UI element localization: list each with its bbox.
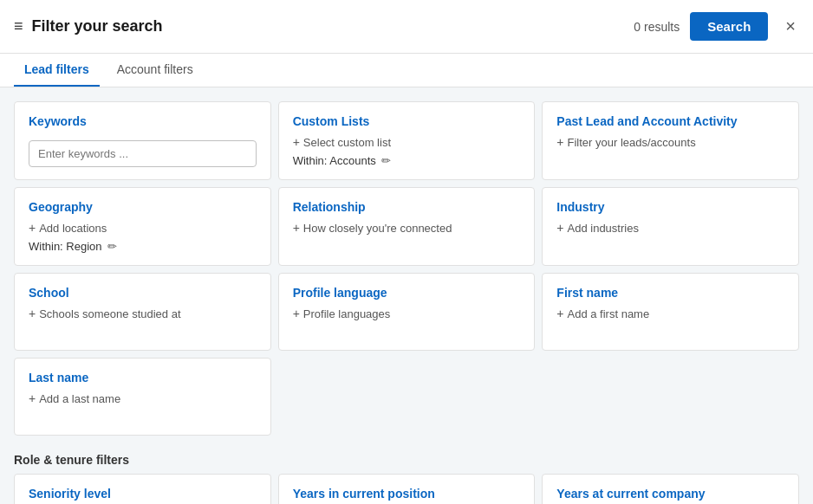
filter-icon: ≡ xyxy=(14,17,23,36)
results-count: 0 results xyxy=(634,20,680,34)
filter-row-2: Geography + Add locations Within: Region… xyxy=(14,187,799,266)
last-name-action[interactable]: + Add a last name xyxy=(29,391,257,405)
profile-language-action-label: Profile languages xyxy=(303,307,390,320)
keywords-card: Keywords xyxy=(14,101,271,180)
filter-panel: ≡ Filter your search 0 results Search × … xyxy=(0,0,813,504)
geography-within: Within: Region xyxy=(29,240,102,253)
tab-lead-filters[interactable]: Lead filters xyxy=(14,54,100,87)
industry-action-label: Add industries xyxy=(568,222,639,235)
search-button[interactable]: Search xyxy=(690,12,768,41)
custom-lists-action-label: Select custom list xyxy=(303,136,391,149)
filter-content: Keywords Custom Lists + Select custom li… xyxy=(0,87,813,504)
filter-row-5: Seniority level Years in current positio… xyxy=(14,474,799,504)
profile-language-plus-icon: + xyxy=(293,307,300,320)
relationship-card: Relationship + How closely you're connec… xyxy=(278,187,536,266)
seniority-level-card: Seniority level xyxy=(14,474,271,504)
profile-language-action[interactable]: + Profile languages xyxy=(293,307,521,320)
keywords-input[interactable] xyxy=(29,140,257,167)
filter-row-1: Keywords Custom Lists + Select custom li… xyxy=(14,101,799,180)
custom-lists-plus-icon: + xyxy=(293,135,300,149)
custom-lists-action[interactable]: + Select custom list xyxy=(293,135,521,149)
geography-card: Geography + Add locations Within: Region… xyxy=(14,187,271,266)
geography-action[interactable]: + Add locations xyxy=(29,221,257,235)
years-at-current-company-card: Years at current company xyxy=(542,474,799,504)
relationship-plus-icon: + xyxy=(293,221,300,235)
past-lead-activity-action-label: Filter your leads/accounts xyxy=(568,136,696,149)
school-card: School + Schools someone studied at xyxy=(14,273,271,351)
header: ≡ Filter your search 0 results Search × xyxy=(0,0,813,54)
last-name-plus-icon: + xyxy=(29,391,36,405)
first-name-title: First name xyxy=(556,286,784,300)
last-name-card: Last name + Add a last name xyxy=(14,358,271,436)
geography-edit-icon[interactable]: ✏ xyxy=(107,240,117,253)
profile-language-card: Profile language + Profile languages xyxy=(278,273,536,351)
past-lead-activity-plus-icon: + xyxy=(556,135,563,149)
industry-action[interactable]: + Add industries xyxy=(556,221,784,235)
relationship-action-label: How closely you're connected xyxy=(303,222,452,235)
keywords-title: Keywords xyxy=(29,114,257,128)
first-name-plus-icon: + xyxy=(556,307,563,320)
geography-action-label: Add locations xyxy=(39,222,107,235)
school-plus-icon: + xyxy=(29,307,36,320)
role-tenure-section-header: Role & tenure filters xyxy=(14,443,799,474)
custom-lists-sub: Within: Accounts ✏ xyxy=(293,154,521,167)
custom-lists-edit-icon[interactable]: ✏ xyxy=(381,154,391,167)
industry-card: Industry + Add industries xyxy=(542,187,799,266)
first-name-action-label: Add a first name xyxy=(568,307,650,320)
custom-lists-card: Custom Lists + Select custom list Within… xyxy=(278,101,536,180)
school-action-label: Schools someone studied at xyxy=(39,307,180,320)
tabs-bar: Lead filters Account filters xyxy=(0,54,813,87)
geography-title: Geography xyxy=(29,200,257,214)
page-title: Filter your search xyxy=(32,17,634,36)
filter-row-3: School + Schools someone studied at Prof… xyxy=(14,273,799,351)
tab-account-filters[interactable]: Account filters xyxy=(107,54,204,87)
custom-lists-title: Custom Lists xyxy=(293,114,521,128)
first-name-action[interactable]: + Add a first name xyxy=(556,307,784,320)
years-in-current-position-title: Years in current position xyxy=(293,487,521,501)
last-name-title: Last name xyxy=(29,371,257,384)
industry-plus-icon: + xyxy=(556,221,563,235)
years-at-current-company-title: Years at current company xyxy=(556,487,784,501)
profile-language-title: Profile language xyxy=(293,286,521,300)
custom-lists-within: Within: Accounts xyxy=(293,154,376,167)
school-title: School xyxy=(29,286,257,300)
geography-sub: Within: Region ✏ xyxy=(29,240,257,253)
industry-title: Industry xyxy=(556,200,784,214)
geography-plus-icon: + xyxy=(29,221,36,235)
past-lead-activity-title: Past Lead and Account Activity xyxy=(556,114,784,128)
filter-row-4: Last name + Add a last name xyxy=(14,358,799,436)
school-action[interactable]: + Schools someone studied at xyxy=(29,307,257,320)
close-button[interactable]: × xyxy=(782,13,799,40)
last-name-action-label: Add a last name xyxy=(39,392,120,405)
seniority-level-title: Seniority level xyxy=(29,487,257,501)
relationship-title: Relationship xyxy=(293,200,521,214)
past-lead-activity-card: Past Lead and Account Activity + Filter … xyxy=(542,101,799,180)
past-lead-activity-action[interactable]: + Filter your leads/accounts xyxy=(556,135,784,149)
years-in-current-position-card: Years in current position xyxy=(278,474,536,504)
relationship-action[interactable]: + How closely you're connected xyxy=(293,221,521,235)
first-name-card: First name + Add a first name xyxy=(542,273,799,351)
